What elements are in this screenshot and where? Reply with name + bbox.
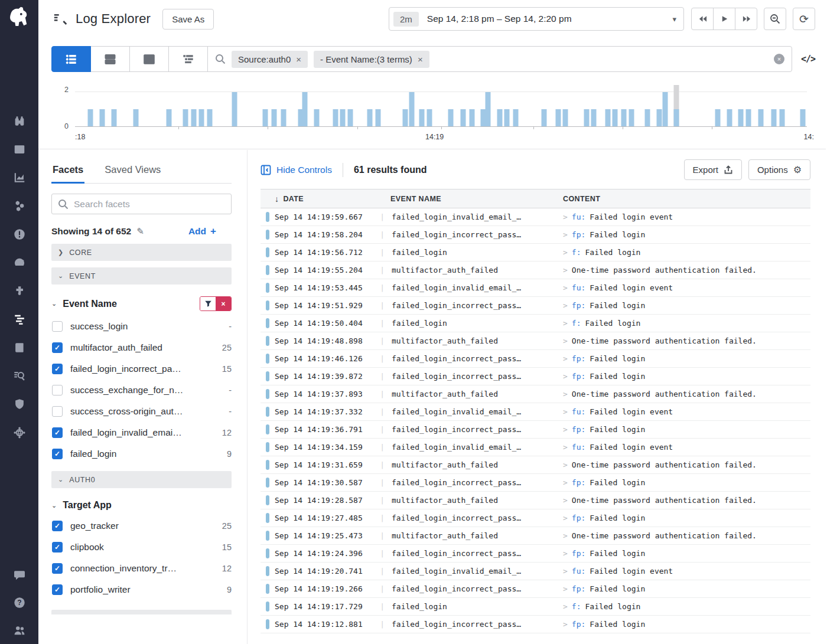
metrics-icon[interactable]	[13, 171, 26, 184]
tab-saved-views[interactable]: Saved Views	[103, 163, 162, 183]
facet-section-auth0[interactable]: ⌄ AUTH0	[51, 471, 232, 488]
network-icon[interactable]	[13, 426, 26, 439]
chevron-down-icon[interactable]: ⌄	[51, 300, 57, 308]
checkbox[interactable]	[52, 321, 63, 332]
integrations-icon[interactable]	[13, 285, 26, 298]
security-icon[interactable]	[13, 398, 26, 411]
table-row[interactable]: Sep 14 14:19:19.266| failed_login_incorr…	[261, 580, 810, 598]
checkbox[interactable]	[52, 406, 63, 417]
table-row[interactable]: Sep 14 14:19:53.445| failed_login_invali…	[261, 279, 810, 297]
remove-filter-icon[interactable]: ×	[418, 54, 423, 64]
checkbox[interactable]: ✓	[52, 342, 63, 353]
patterns-view-button[interactable]	[168, 46, 208, 72]
hide-controls-button[interactable]: Hide Controls	[261, 165, 332, 175]
table-row[interactable]: Sep 14 14:19:28.587| multifactor_auth_fa…	[261, 492, 810, 509]
table-row[interactable]: Sep 14 14:19:30.587| failed_login_incorr…	[261, 474, 810, 492]
edit-facets-icon[interactable]: ✎	[136, 226, 144, 237]
logs-icon[interactable]	[13, 313, 26, 326]
save-as-button[interactable]: Save As	[162, 9, 214, 30]
clear-facet-filter-button[interactable]: ×	[216, 297, 231, 310]
column-header-content[interactable]: CONTENT	[563, 195, 810, 203]
table-row[interactable]: Sep 14 14:19:27.485| failed_login_incorr…	[261, 509, 810, 527]
table-row[interactable]: Sep 14 14:19:59.667| failed_login_invali…	[261, 208, 810, 226]
filter-funnel-button[interactable]	[200, 297, 216, 310]
table-row[interactable]: Sep 14 14:19:55.204| multifactor_auth_fa…	[261, 261, 810, 279]
filter-pill-event-name[interactable]: - Event Name:(3 terms) ×	[314, 51, 429, 68]
checkbox[interactable]: ✓	[52, 427, 63, 438]
facet-item[interactable]: success_login -	[51, 316, 232, 337]
facet-item[interactable]: ✓ connection_inventory_tr… 12	[51, 558, 232, 579]
table-row[interactable]: Sep 14 14:19:39.872| failed_login_incorr…	[261, 368, 810, 385]
notebooks-icon[interactable]	[13, 341, 26, 354]
column-header-date[interactable]: ↓ DATE	[275, 194, 390, 204]
table-row[interactable]: Sep 14 14:19:34.159| failed_login_invali…	[261, 439, 810, 456]
table-row[interactable]: Sep 14 14:19:31.659| multifactor_auth_fa…	[261, 456, 810, 474]
time-play-button[interactable]	[713, 8, 735, 30]
list-view-button[interactable]	[51, 46, 91, 72]
refresh-button[interactable]: ⟳	[793, 8, 815, 30]
watchdog-icon[interactable]	[13, 115, 26, 128]
checkbox[interactable]: ✓	[52, 542, 63, 553]
facet-item[interactable]: ✓ portfolio_writer 9	[51, 579, 232, 600]
table-row[interactable]: Sep 14 14:19:48.898| multifactor_auth_fa…	[261, 332, 810, 350]
facet-item[interactable]: ✓ failed_login_incorrect_pa… 15	[51, 358, 232, 380]
table-row[interactable]: Sep 14 14:19:58.204| failed_login_incorr…	[261, 226, 810, 244]
facet-section-event[interactable]: ⌄ EVENT	[51, 267, 232, 285]
facet-item[interactable]: success_exchange_for_n… -	[51, 380, 232, 401]
log-explorer-icon[interactable]	[13, 370, 26, 383]
facet-item[interactable]: ✓ clipbook 15	[51, 537, 232, 558]
export-button[interactable]: Export	[684, 159, 742, 180]
checkbox[interactable]: ✓	[52, 449, 63, 459]
cell-content: > fu: Failed login event	[563, 283, 810, 292]
time-step-forward-button[interactable]	[735, 8, 757, 30]
add-facet-button[interactable]: Add+	[188, 225, 216, 237]
facet-item[interactable]: ✓ failed_login 9	[51, 443, 232, 465]
table-row[interactable]: Sep 14 14:19:50.404| failed_login > f: F…	[261, 315, 810, 332]
checkbox[interactable]: ✓	[52, 521, 63, 531]
apm-icon[interactable]	[13, 256, 26, 269]
table-row[interactable]: Sep 14 14:19:46.126| failed_login_incorr…	[261, 350, 810, 368]
table-row[interactable]: Sep 14 14:19:17.729| failed_login > f: F…	[261, 598, 810, 616]
filter-pill-source[interactable]: Source:auth0 ×	[232, 51, 308, 68]
zoom-out-button[interactable]	[764, 8, 786, 30]
column-header-event-name[interactable]: EVENT NAME	[390, 195, 563, 203]
table-row[interactable]: Sep 14 14:19:51.929| failed_login_incorr…	[261, 297, 810, 315]
facet-item[interactable]: ✓ failed_login_invalid_emai… 12	[51, 422, 232, 443]
remove-filter-icon[interactable]: ×	[296, 54, 301, 64]
table-row[interactable]: Sep 14 14:19:24.396| failed_login_incorr…	[261, 545, 810, 563]
chevron-down-icon[interactable]: ⌄	[51, 502, 57, 509]
facet-item[interactable]: ✓ multifactor_auth_failed 25	[51, 337, 232, 358]
table-row[interactable]: Sep 14 14:19:12.881| failed_login_incorr…	[261, 616, 810, 633]
search-bar[interactable]: Source:auth0 × - Event Name:(3 terms) × …	[207, 46, 792, 72]
chat-icon[interactable]	[13, 568, 26, 581]
table-row[interactable]: Sep 14 14:19:25.473| multifactor_auth_fa…	[261, 527, 810, 545]
checkbox[interactable]: ✓	[52, 364, 63, 374]
clear-search-icon[interactable]: ×	[774, 54, 784, 64]
users-icon[interactable]	[13, 624, 26, 637]
help-icon[interactable]: ?	[13, 596, 26, 609]
checkbox[interactable]: ✓	[52, 584, 63, 595]
datadog-logo[interactable]	[6, 5, 32, 31]
table-row[interactable]: Sep 14 14:19:37.893| multifactor_auth_fa…	[261, 385, 810, 403]
table-row[interactable]: Sep 14 14:19:37.332| failed_login_invali…	[261, 403, 810, 421]
table-row[interactable]: Sep 14 14:19:36.791| failed_login_incorr…	[261, 421, 810, 439]
grouped-list-view-button[interactable]	[90, 46, 130, 72]
facet-item[interactable]: success_cross-origin_aut… -	[51, 401, 232, 422]
infrastructure-icon[interactable]	[13, 200, 26, 213]
time-step-back-button[interactable]	[691, 8, 714, 30]
checkbox[interactable]: ✓	[52, 563, 63, 574]
time-range-picker[interactable]: 2m Sep 14, 2:18 pm – Sep 14, 2:20 pm ▾	[389, 7, 684, 31]
facet-search-input[interactable]	[74, 199, 225, 210]
facet-section-core[interactable]: ❯ CORE	[51, 244, 232, 261]
table-row[interactable]: Sep 14 14:19:20.741| failed_login_invali…	[261, 563, 810, 580]
facet-item[interactable]: ✓ geo_tracker 25	[51, 515, 232, 537]
histogram-plot-area[interactable]	[75, 83, 807, 127]
options-button[interactable]: Options ⚙	[748, 159, 810, 180]
timeseries-view-button[interactable]	[129, 46, 169, 72]
dashboards-icon[interactable]	[13, 143, 26, 156]
query-syntax-toggle[interactable]: </>	[801, 54, 815, 64]
tab-facets[interactable]: Facets	[51, 163, 84, 184]
checkbox[interactable]	[52, 385, 63, 395]
monitors-icon[interactable]	[13, 228, 26, 241]
table-row[interactable]: Sep 14 14:19:56.712| failed_login > f: F…	[261, 244, 810, 261]
